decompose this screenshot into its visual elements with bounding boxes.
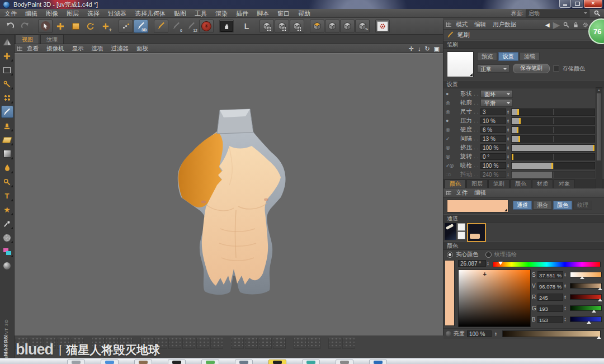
slider-marker[interactable]	[592, 308, 596, 313]
attribute-menu-item[interactable]: 用户数据	[493, 21, 516, 29]
taskbar-app-icon[interactable]	[201, 360, 219, 364]
colors-section-header[interactable]: 颜色	[443, 242, 604, 250]
menu-item[interactable]: 图像	[46, 9, 58, 18]
attribute-menu-item[interactable]: 模式	[456, 21, 468, 29]
taskbar-app-icon[interactable]	[67, 360, 85, 364]
component-value-field[interactable]: 193	[537, 305, 563, 312]
pan-view-icon[interactable]: ✛	[409, 44, 414, 53]
magic-wand-tool[interactable]	[1, 78, 13, 90]
setting-state-icon[interactable]: ●	[446, 118, 460, 124]
interface-dropdown[interactable]: 启动	[526, 10, 589, 17]
render-settings-button[interactable]	[375, 20, 390, 33]
color-wheel-button[interactable]: ✳	[199, 20, 214, 33]
setting-state-icon[interactable]: ◎	[446, 109, 460, 115]
scroll-up-icon[interactable]: ▲	[596, 88, 602, 93]
setting-state-icon[interactable]: ◎	[446, 100, 460, 106]
panel-tab[interactable]: 笔刷	[488, 179, 509, 188]
uv-cube-1-button[interactable]	[259, 20, 274, 33]
stepper-icon[interactable]: ▲▼	[507, 136, 509, 141]
bottom-tool-button[interactable]	[168, 338, 181, 349]
cube-plain-button[interactable]	[325, 20, 339, 33]
menu-item[interactable]: 帮助	[298, 9, 310, 18]
setting-slider[interactable]	[511, 126, 595, 134]
setting-value-field[interactable]: 100 %	[480, 144, 506, 151]
paint-brush-tool[interactable]	[1, 106, 13, 118]
taskbar-app-icon[interactable]	[369, 360, 387, 364]
move-tool[interactable]	[1, 50, 13, 62]
bottom-tool-button[interactable]	[231, 338, 244, 349]
menu-item[interactable]: 选择几何体	[135, 9, 166, 18]
settings-section-header[interactable]: 设置	[443, 80, 604, 88]
paint-3d-button[interactable]: 3D	[134, 20, 148, 33]
rotate-button[interactable]	[83, 20, 98, 33]
bottom-tool-button[interactable]	[182, 338, 195, 349]
setting-state-icon[interactable]: ✓	[446, 136, 460, 141]
zoom-view-icon[interactable]: ↓	[418, 44, 421, 53]
stepper-icon[interactable]: ▲▼	[507, 154, 509, 159]
live-selection-button[interactable]	[38, 20, 53, 33]
bottom-tool-button[interactable]	[196, 338, 209, 349]
component-slider[interactable]	[570, 294, 602, 300]
viewport-menu-item[interactable]: 过滤器	[111, 45, 129, 53]
panel-tab[interactable]: 对象	[554, 179, 575, 188]
setting-value-field[interactable]: 0 °	[480, 153, 506, 160]
bottom-tool-button[interactable]	[210, 338, 223, 349]
stepper-icon[interactable]: ▲▼	[487, 261, 489, 266]
brush-tab[interactable]: 设置	[498, 52, 518, 61]
viewport-menu-item[interactable]: 面板	[136, 45, 148, 53]
component-slider[interactable]	[570, 272, 602, 277]
component-slider[interactable]	[570, 316, 602, 322]
color-swatches-tool[interactable]	[1, 245, 13, 258]
menu-item[interactable]: 窗口	[277, 9, 290, 18]
taskbar-app-icon[interactable]	[168, 360, 186, 364]
minimize-button[interactable]	[559, 0, 571, 8]
setting-value-field[interactable]: 6 %	[480, 126, 506, 133]
viewport-canvas[interactable]: Y X	[15, 53, 443, 336]
menu-item[interactable]: 脚本	[257, 9, 269, 18]
component-slider[interactable]	[570, 305, 602, 311]
uv-cube-3-button[interactable]	[290, 20, 304, 33]
cube-plain-2-button[interactable]	[340, 20, 355, 33]
color-mode-tab[interactable]: 纹理	[573, 201, 592, 210]
text-tool[interactable]: T	[1, 190, 13, 202]
setting-slider[interactable]	[511, 162, 595, 169]
maximize-button[interactable]	[572, 0, 583, 8]
torso-model[interactable]	[145, 96, 324, 297]
brush-variant-12-button[interactable]: 12	[184, 20, 199, 33]
scrollbar-thumb[interactable]	[597, 93, 601, 160]
setting-dropdown[interactable]: 圆环	[480, 90, 513, 98]
viewport-tab[interactable]: 纹理	[40, 35, 64, 44]
bottom-tool-button[interactable]	[342, 338, 355, 349]
channel-thumb-selected[interactable]	[467, 223, 486, 242]
slider-marker[interactable]	[587, 319, 591, 324]
gradient-tool[interactable]	[1, 148, 13, 160]
history-forward-icon[interactable]: ▶	[553, 20, 560, 30]
color-menu-item[interactable]: 编辑	[474, 189, 486, 197]
uv-cube-2-button[interactable]	[275, 20, 289, 33]
eyedropper-tool[interactable]	[1, 218, 13, 230]
component-value-field[interactable]: 245	[537, 294, 563, 301]
stepper-icon[interactable]: ▲▼	[494, 332, 497, 336]
redo-button[interactable]	[18, 20, 32, 33]
clone-stamp-tool[interactable]	[1, 120, 13, 132]
setting-value-field[interactable]: 10 %	[480, 117, 506, 124]
mask-tool[interactable]	[1, 231, 13, 244]
solid-color-radio[interactable]	[447, 252, 453, 258]
color-mode-tab[interactable]: 通道	[513, 201, 532, 210]
spray-dots-button[interactable]	[119, 20, 133, 33]
stepper-icon[interactable]: ▲▼	[507, 119, 509, 123]
panel-tab[interactable]: 颜色	[510, 179, 531, 188]
stepper-icon[interactable]: ▲▼	[507, 145, 509, 150]
move-button[interactable]	[53, 20, 68, 33]
taskbar-app-icon[interactable]	[302, 360, 320, 364]
taskbar-app-icon[interactable]	[235, 360, 253, 364]
store-color-checkbox[interactable]	[553, 65, 559, 72]
menu-item[interactable]: 贴图	[174, 9, 186, 18]
brush-section-header[interactable]: 笔刷	[443, 40, 604, 49]
projection-paint-button[interactable]	[219, 20, 234, 33]
slider-marker[interactable]	[597, 334, 601, 339]
setting-value-field[interactable]: 13 %	[480, 135, 506, 142]
attribute-menu-item[interactable]: 编辑	[474, 21, 486, 29]
current-color-swatch[interactable]	[447, 200, 508, 212]
stepper-icon[interactable]: ▲▼	[564, 272, 567, 277]
